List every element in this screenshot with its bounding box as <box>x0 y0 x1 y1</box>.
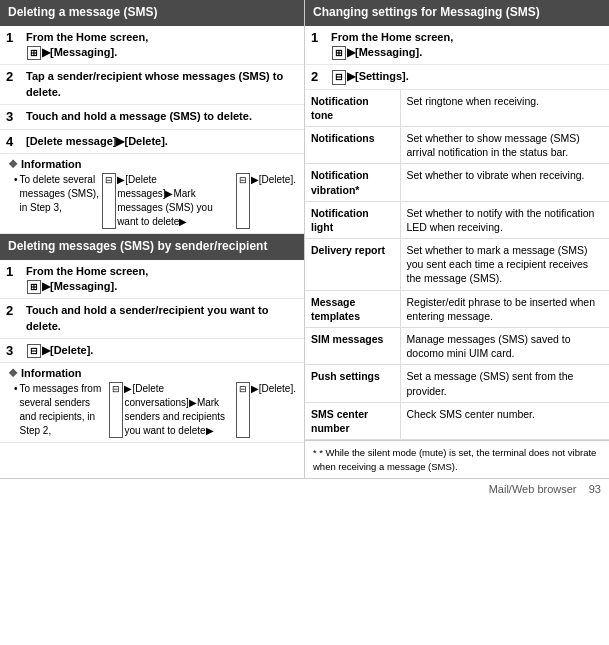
left-column: Deleting a message (SMS) 1 From the Home… <box>0 0 305 478</box>
settings-label: Notification light <box>305 201 400 238</box>
step1-1: 1 From the Home screen, ⊞▶[Messaging]. <box>0 26 304 66</box>
settings-label: SMS center number <box>305 402 400 439</box>
menu-icon-5: ⊟ <box>236 382 250 438</box>
step-r1: 1 From the Home screen, ⊞▶[Messaging]. <box>305 26 609 66</box>
section2-title: Deleting messages (SMS) by sender/recipi… <box>8 239 267 253</box>
settings-label: Delivery report <box>305 239 400 291</box>
step1-4: 4 [Delete message]▶[Delete]. <box>0 130 304 154</box>
settings-row: Delivery reportSet whether to mark a mes… <box>305 239 609 291</box>
step2-1: 1 From the Home screen, ⊞▶[Messaging]. <box>0 260 304 300</box>
section-right-header: Changing settings for Messaging (SMS) <box>305 0 609 26</box>
right-column: Changing settings for Messaging (SMS) 1 … <box>305 0 609 478</box>
settings-value: Set a message (SMS) sent from the provid… <box>400 365 609 402</box>
settings-row: Notification toneSet ringtone when recei… <box>305 90 609 127</box>
settings-value: Set whether to vibrate when receiving. <box>400 164 609 201</box>
home-icon: ⊞ <box>27 46 41 61</box>
settings-label: Notifications <box>305 127 400 164</box>
step-r2: 2 ⊟▶[Settings]. <box>305 65 609 89</box>
menu-icon-2: ⊟ <box>236 173 250 229</box>
step2-2: 2 Touch and hold a sender/recipient you … <box>0 299 304 339</box>
settings-row: SMS center numberCheck SMS center number… <box>305 402 609 439</box>
page-footer: Mail/Web browser 93 <box>0 478 609 499</box>
section-right-title: Changing settings for Messaging (SMS) <box>313 5 540 19</box>
settings-label: Message templates <box>305 290 400 327</box>
settings-label: Notification tone <box>305 90 400 127</box>
section2-header: Deleting messages (SMS) by sender/recipi… <box>0 234 304 260</box>
settings-value: Set whether to notify with the notificat… <box>400 201 609 238</box>
settings-label: SIM messages <box>305 328 400 365</box>
settings-value: Manage messages (SMS) saved to docomo mi… <box>400 328 609 365</box>
info-box-2: Information To messages from several sen… <box>0 363 304 443</box>
settings-row: NotificationsSet whether to show message… <box>305 127 609 164</box>
settings-label: Push settings <box>305 365 400 402</box>
step1-3: 3 Touch and hold a message (SMS) to dele… <box>0 105 304 129</box>
settings-value: Set whether to show message (SMS) arriva… <box>400 127 609 164</box>
settings-value: Set whether to mark a message (SMS) you … <box>400 239 609 291</box>
section1-header: Deleting a message (SMS) <box>0 0 304 26</box>
settings-row: Push settingsSet a message (SMS) sent fr… <box>305 365 609 402</box>
page-container: Deleting a message (SMS) 1 From the Home… <box>0 0 609 478</box>
section1-title: Deleting a message (SMS) <box>8 5 157 19</box>
settings-row: Notification vibration*Set whether to vi… <box>305 164 609 201</box>
settings-value: Register/edit phrase to be inserted when… <box>400 290 609 327</box>
footnote: * * While the silent mode (mute) is set,… <box>305 440 609 478</box>
footer-label: Mail/Web browser <box>489 483 577 495</box>
step1-2: 2 Tap a sender/recipient whose messages … <box>0 65 304 105</box>
settings-value: Set ringtone when receiving. <box>400 90 609 127</box>
info-box-1: Information To delete several messages (… <box>0 154 304 234</box>
step2-3: 3 ⊟▶[Delete]. <box>0 339 304 363</box>
page-number: 93 <box>589 483 601 495</box>
menu-icon-r: ⊟ <box>332 70 346 85</box>
menu-icon-1: ⊟ <box>102 173 116 229</box>
settings-row: SIM messagesManage messages (SMS) saved … <box>305 328 609 365</box>
settings-table: Notification toneSet ringtone when recei… <box>305 90 609 440</box>
menu-icon-3: ⊟ <box>27 344 41 359</box>
settings-row: Message templatesRegister/edit phrase to… <box>305 290 609 327</box>
home-icon-r: ⊞ <box>332 46 346 61</box>
settings-label: Notification vibration* <box>305 164 400 201</box>
settings-value: Check SMS center number. <box>400 402 609 439</box>
menu-icon-4: ⊟ <box>109 382 123 438</box>
home-icon-2: ⊞ <box>27 280 41 295</box>
settings-row: Notification lightSet whether to notify … <box>305 201 609 238</box>
